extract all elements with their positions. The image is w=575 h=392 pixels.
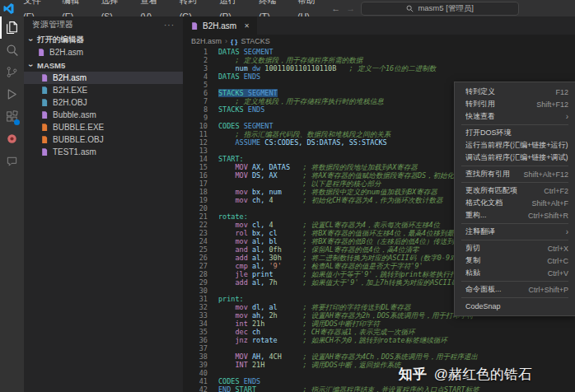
code-line[interactable]: 3 num dw 1001100110110110B ; 定义一个16位的二进制… [183,64,575,72]
context-menu-item[interactable]: 粘贴Ctrl+V [455,267,575,279]
menu-separator [461,297,568,298]
code-line[interactable]: 37 [183,344,575,352]
line-number: 26 [183,254,218,262]
line-number: 11 [183,130,218,138]
line-number: 40 [183,369,218,377]
menu-item-shortcut: Shift+Alt+F12 [523,170,568,179]
line-number: 24 [183,237,218,245]
chevron-down-icon: › [26,36,35,44]
line-number: 2 [183,56,218,64]
file-item-b2h.asm[interactable]: B2H.asm [24,72,183,84]
menu-item-label: 运行当前程序(汇编+链接+运行) [465,140,568,151]
breadcrumb[interactable]: B2H.asm › { } STACKS [183,35,575,48]
folder-header[interactable]: › MASM5 [24,58,183,72]
code-line[interactable]: 4DATAS ENDS [183,72,575,81]
search-icon [406,5,414,12]
open-editors-header[interactable]: › 打开的编辑器 [24,33,183,46]
history-forward-icon[interactable]: → [346,3,355,13]
context-menu-item[interactable]: 转到引用Shift+F12 [455,98,575,110]
file-icon [40,86,49,95]
line-number: 10 [183,122,218,130]
menu-item-shortcut: Ctrl+Shift+R [528,212,568,220]
file-icon [40,73,49,82]
line-number: 22 [183,221,218,229]
code-line[interactable]: 1DATAS SEGMENT [183,48,575,56]
file-name: B2H.asm [49,48,83,57]
file-item-b2h.asm[interactable]: B2H.asm [24,46,183,58]
line-number: 29 [183,278,218,287]
context-menu-item[interactable]: 注释翻译› [455,226,575,238]
context-menu-item[interactable]: 剪切Ctrl+X [455,242,575,254]
menu-item-label: 查找所有引用 [465,169,515,180]
line-number: 4 [183,72,218,81]
context-menu-item[interactable]: 命令面板...Ctrl+Shift+P [455,283,575,296]
close-tab-icon[interactable]: ✕ [244,22,250,30]
file-name: BUBBLE.OBJ [53,135,104,144]
code-line[interactable]: 35 dec ch ; CH寄存器减1，表示完成一次循环 [183,328,575,336]
window-title: masm5 [管理员] [418,3,474,14]
menu-item-label: 调试当前程序(汇编+链接+调试) [465,152,568,163]
line-number: 5 [183,81,218,89]
code-line[interactable]: 42END START ; 指示汇编器程序结束，并设置程序的入口点START标签 [183,385,575,392]
menu-item-label: 转到引用 [465,99,528,110]
history-back-icon[interactable]: ← [331,3,340,13]
line-number: 13 [183,147,218,155]
context-menu-item[interactable]: 快速查看› [455,110,575,123]
menu-item-shortcut: Ctrl+V [548,269,568,278]
menu-item-label: 剪切 [465,243,540,254]
file-item-bubble.exe[interactable]: BUBBLE.EXE [24,121,183,133]
menu-item-label: CodeSnap [465,302,568,310]
line-number: 21 [183,212,218,221]
breadcrumb-symbol[interactable]: STACKS [241,37,269,45]
line-number: 34 [183,320,218,328]
context-menu-item[interactable]: 转到定义F12 [455,86,575,98]
file-item-test1.asm[interactable]: TEST1.asm [24,146,183,158]
search-icon[interactable] [0,39,24,61]
file-item-bubble.obj[interactable]: BUBBLE.OBJ [24,133,183,146]
breadcrumb-file[interactable]: B2H.asm [191,37,222,45]
extension-red-icon[interactable] [0,128,24,150]
context-menu-item[interactable]: CodeSnap [455,300,575,312]
context-menu-item[interactable]: 查找所有引用Shift+Alt+F12 [455,168,575,180]
source-control-icon[interactable] [0,61,24,83]
code-line[interactable]: 36 jnz rotate ; 如果CH不为0，跳转到rotate标签继续循环 [183,336,575,344]
context-menu-item[interactable]: 格式化文档Shift+Alt+F [455,197,575,209]
file-name: B2H.EXE [53,86,87,95]
run-debug-icon[interactable] [0,83,24,105]
watermark-handle: @赭红色的锆石 [434,365,532,384]
file-item-b2h.obj[interactable]: B2H.OBJ [24,96,183,109]
submenu-chevron-icon: › [566,227,568,236]
line-number: 15 [183,163,218,171]
command-center[interactable]: masm5 [管理员] [361,2,519,16]
line-number: 6 [183,89,218,97]
line-number: 27 [183,262,218,270]
code-line[interactable]: 34 int 21h ; 调用DOS中断打印字符 [183,320,575,328]
code-line[interactable]: 2 ; 定义数据段，用于存储程序所需的数据 [183,56,575,64]
menu-item-label: 转到定义 [465,86,547,97]
extensions-icon[interactable] [0,105,24,128]
context-menu-item[interactable]: 调试当前程序(汇编+链接+调试) [455,152,575,164]
context-menu-item[interactable]: 更改所有匹配项Ctrl+F2 [455,184,575,197]
context-menu-item[interactable]: 复制Ctrl+C [455,254,575,267]
more-actions-icon[interactable]: ··· [164,21,175,30]
activity-bar [0,16,24,392]
tab-b2h-asm[interactable]: B2H.asm ✕ [183,16,258,35]
file-item-bubble.asm[interactable]: Bubble.asm [24,109,183,121]
context-menu-item[interactable]: 打开DOS环境 [455,127,575,139]
submenu-chevron-icon: › [566,112,568,121]
line-number: 37 [183,344,218,352]
file-item-b2h.exe[interactable]: B2H.EXE [24,84,183,96]
menu-item-label: 格式化文档 [465,198,523,208]
chat-icon[interactable] [0,150,24,172]
menu-item-shortcut: Ctrl+C [547,257,568,265]
context-menu-item[interactable]: 重构...Ctrl+Shift+R [455,209,575,222]
explorer-icon[interactable] [0,16,24,39]
menu-separator [461,223,568,224]
menu-item-label: 注释翻译 [465,226,558,237]
line-number: 8 [183,105,218,114]
sidebar-title: 资源管理器 [32,19,73,30]
file-icon [40,147,49,156]
symbol-module-icon: { } [231,38,237,45]
code-line[interactable]: 38 MOV AH, 4CH ; 设置AH寄存器为4Ch，DOS系统调用号，用于… [183,352,575,361]
context-menu-item[interactable]: 运行当前程序(汇编+链接+运行) [455,139,575,152]
